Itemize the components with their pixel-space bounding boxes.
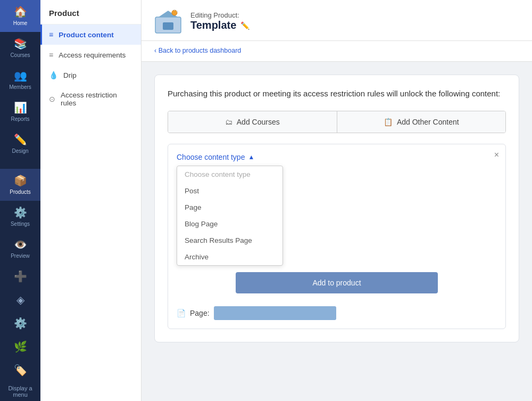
svg-point-3	[172, 10, 177, 15]
display-menu-bar[interactable]: Display a menu	[0, 382, 40, 401]
page-doc-icon: 📄	[177, 309, 186, 317]
sidebar-item-extra1[interactable]: ➕	[0, 265, 40, 288]
nav-item-access-requirements[interactable]: ≡ Access requirements	[40, 45, 141, 65]
add-icon: ➕	[14, 270, 27, 283]
sidebar-item-settings[interactable]: ⚙️ Settings	[0, 201, 40, 233]
page-row: 📄 Page:	[177, 302, 497, 320]
icon-sidebar: 🏠 Home 📚 Courses 👥 Members 📊 Reports ✏️ …	[0, 0, 40, 401]
dropdown-list: Choose content type Post Page Blog Page …	[177, 166, 283, 266]
gear-icon: ⚙️	[14, 317, 27, 330]
sidebar-item-extra3[interactable]: ⚙️	[0, 312, 40, 335]
tab-other-icon: 📋	[384, 118, 393, 126]
sidebar-item-preview[interactable]: 👁️ Preview	[0, 233, 40, 265]
card-description: Purchasing this product or meeting its a…	[168, 88, 506, 100]
design-icon: ✏️	[14, 133, 27, 146]
preview-icon: 👁️	[14, 238, 27, 251]
members-icon: 👥	[14, 69, 27, 82]
sidebar-item-extra2[interactable]: ◈	[0, 288, 40, 312]
content-card: Purchasing this product or meeting its a…	[154, 75, 519, 342]
breadcrumb-bar: Back to products dashboard	[142, 41, 532, 62]
dropdown-option-blog-page[interactable]: Blog Page	[177, 216, 282, 232]
leaf-icon: 🌿	[14, 340, 27, 353]
dropdown-placeholder: Choose content type	[177, 166, 282, 183]
nav-item-drip[interactable]: 💧 Drip	[40, 65, 141, 85]
editing-label: Editing Product:	[190, 11, 250, 19]
home-icon: 🏠	[14, 5, 27, 18]
tab-add-courses[interactable]: 🗂 Add Courses	[168, 111, 337, 133]
diamond-icon: ◈	[16, 293, 24, 306]
breadcrumb-link[interactable]: Back to products dashboard	[154, 47, 241, 54]
sidebar-item-design[interactable]: ✏️ Design	[0, 128, 40, 160]
dropdown-section: × Choose content type ▲ Choose content t…	[168, 144, 506, 329]
tag-icon: 🏷️	[14, 364, 27, 377]
sidebar-item-members[interactable]: 👥 Members	[0, 64, 40, 96]
header-title-block: Editing Product: Template ✏️	[190, 11, 250, 31]
nav-item-product-content[interactable]: ≡ Product content	[40, 24, 141, 45]
access-requirements-icon: ≡	[49, 51, 53, 59]
add-to-product-button[interactable]: Add to product	[236, 272, 438, 293]
settings-icon: ⚙️	[14, 206, 27, 219]
sidebar-item-courses[interactable]: 📚 Courses	[0, 32, 40, 64]
dropdown-option-post[interactable]: Post	[177, 183, 282, 199]
tab-add-other[interactable]: 📋 Add Other Content	[337, 111, 506, 133]
page-label: Page:	[190, 309, 210, 317]
nav-item-access-restriction[interactable]: ⊙ Access restriction rules	[40, 85, 141, 113]
product-content-icon: ≡	[49, 30, 53, 39]
edit-pencil-icon[interactable]: ✏️	[240, 21, 250, 30]
dropdown-option-search-results[interactable]: Search Results Page	[177, 232, 282, 249]
restriction-icon: ⊙	[49, 95, 55, 103]
reports-icon: 📊	[14, 101, 27, 114]
nav-sidebar: Product ≡ Product content ≡ Access requi…	[40, 0, 142, 401]
tabs-row: 🗂 Add Courses 📋 Add Other Content	[168, 111, 506, 133]
svg-line-5	[177, 11, 178, 12]
sidebar-item-products[interactable]: 📦 Products	[0, 169, 40, 201]
page-input-field[interactable]	[214, 306, 336, 320]
sidebar-item-home[interactable]: 🏠 Home	[0, 0, 40, 32]
close-button[interactable]: ×	[494, 151, 499, 159]
chevron-up-icon: ▲	[248, 153, 254, 161]
sidebar-item-reports[interactable]: 📊 Reports	[0, 96, 40, 128]
tab-courses-icon: 🗂	[225, 118, 232, 126]
main-content: Editing Product: Template ✏️ Back to pro…	[142, 0, 532, 401]
main-header: Editing Product: Template ✏️	[142, 0, 532, 41]
products-icon: 📦	[14, 174, 27, 187]
content-type-dropdown-trigger[interactable]: Choose content type ▲	[177, 153, 497, 161]
courses-icon: 📚	[14, 37, 27, 50]
drip-icon: 💧	[49, 71, 58, 79]
dropdown-option-archive[interactable]: Archive	[177, 249, 282, 265]
sidebar-item-extra4[interactable]: 🌿	[0, 335, 40, 358]
product-header-icon	[154, 7, 182, 35]
sidebar-item-extra5[interactable]: 🏷️	[0, 358, 40, 382]
svg-rect-2	[163, 22, 173, 30]
template-name: Template ✏️	[190, 19, 250, 31]
content-area: Purchasing this product or meeting its a…	[142, 62, 532, 401]
dropdown-option-page[interactable]: Page	[177, 199, 282, 216]
nav-sidebar-title: Product	[40, 0, 141, 24]
